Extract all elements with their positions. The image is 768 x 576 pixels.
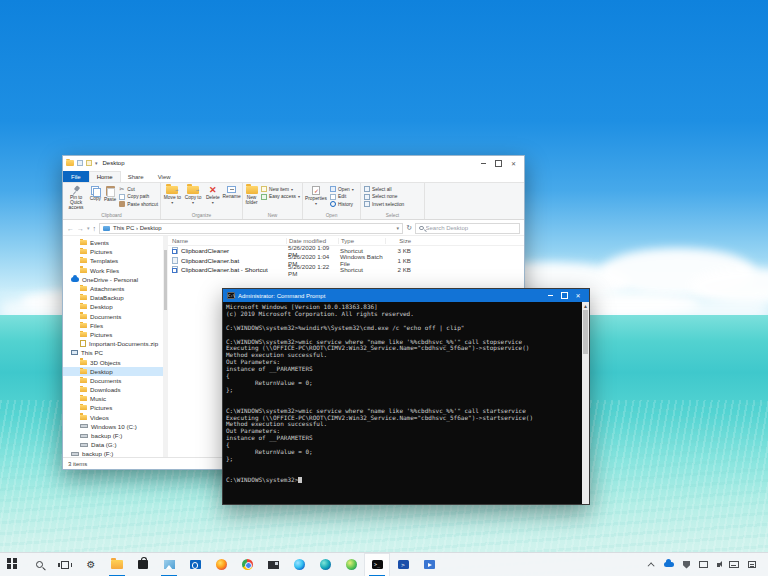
scrollbar-thumb[interactable] xyxy=(583,310,588,354)
sidebar-item-pictures-pc[interactable]: Pictures xyxy=(63,403,163,412)
file-row-clipboardcleaner-bat[interactable]: ClipboardCleaner.bat 5/26/2020 1:04 PM W… xyxy=(168,256,524,266)
tab-home[interactable]: Home xyxy=(89,171,121,182)
recent-locations-chevron-icon[interactable]: ▾ xyxy=(87,225,90,231)
file-row-clipboardcleaner-bat-shortcut[interactable]: ClipboardCleaner.bat - Shortcut 5/26/202… xyxy=(168,265,524,275)
taskbar-chrome-button[interactable] xyxy=(234,553,260,576)
rename-button[interactable]: Rename xyxy=(222,184,241,199)
quick-access-toolbar-icon[interactable] xyxy=(86,160,92,166)
refresh-icon[interactable]: ↻ xyxy=(406,224,412,232)
minimize-button[interactable] xyxy=(543,289,557,302)
hidden-icons-chevron-icon[interactable] xyxy=(648,562,655,569)
sidebar-item-desktop-onedrive[interactable]: Desktop xyxy=(63,302,163,311)
taskbar-firefox-button[interactable] xyxy=(208,553,234,576)
sidebar-item-documents[interactable]: Documents xyxy=(63,376,163,385)
security-shield-icon[interactable] xyxy=(683,561,690,569)
edit-button[interactable]: Edit xyxy=(330,194,354,200)
sidebar-item-work-files[interactable]: Work Files xyxy=(63,266,163,275)
taskbar-edge-button[interactable] xyxy=(286,553,312,576)
sidebar-item-data-g[interactable]: Data (G:) xyxy=(63,440,163,449)
select-all-button[interactable]: Select all xyxy=(364,186,404,192)
scroll-up-arrow-icon[interactable]: ▲ xyxy=(583,303,588,309)
taskbar-file-explorer-button[interactable] xyxy=(104,553,130,576)
paste-button[interactable]: Paste xyxy=(103,184,118,202)
sidebar-item-videos[interactable]: Videos xyxy=(63,413,163,422)
copy-to-button[interactable]: Copy to▾ xyxy=(183,184,204,204)
column-header-type[interactable]: Type xyxy=(338,238,385,244)
copy-button[interactable]: Copy xyxy=(88,184,103,201)
cut-button[interactable]: ✂Cut xyxy=(119,186,158,192)
volume-icon[interactable] xyxy=(717,563,720,567)
new-folder-button[interactable]: New folder xyxy=(244,184,259,205)
close-button[interactable] xyxy=(571,289,585,302)
column-header-date-modified[interactable]: Date modified xyxy=(286,238,338,244)
taskbar-outlook-button[interactable] xyxy=(182,553,208,576)
sidebar-item-backup-f-network[interactable]: backup (F:) xyxy=(63,449,163,457)
up-button[interactable]: ↑ xyxy=(93,225,97,232)
taskbar-command-prompt-button[interactable]: >_ xyxy=(364,553,390,576)
move-to-button[interactable]: Move to▾ xyxy=(162,184,183,204)
sidebar-item-3d-objects[interactable]: 3D Objects xyxy=(63,357,163,366)
address-dropdown-chevron-icon[interactable]: ▾ xyxy=(397,225,400,231)
breadcrumb[interactable]: This PC › Desktop xyxy=(113,225,394,231)
taskbar-movies-tv-button[interactable] xyxy=(416,553,442,576)
copy-path-button[interactable]: Copy path xyxy=(119,194,158,200)
taskbar-screen-sketch-button[interactable] xyxy=(260,553,286,576)
select-none-button[interactable]: Select none xyxy=(364,194,404,200)
maximize-button[interactable] xyxy=(557,289,571,302)
taskbar-edge-beta-button[interactable] xyxy=(312,553,338,576)
open-button[interactable]: Open▾ xyxy=(330,186,354,192)
back-button[interactable]: ← xyxy=(67,225,74,232)
sidebar-item-this-pc[interactable]: This PC xyxy=(63,348,163,357)
tab-view[interactable]: View xyxy=(151,172,178,182)
cmd-titlebar[interactable]: C:\ Administrator: Command Prompt xyxy=(223,289,589,302)
search-input[interactable] xyxy=(426,225,516,231)
taskbar-edge-canary-button[interactable] xyxy=(338,553,364,576)
paste-shortcut-button[interactable]: Paste shortcut xyxy=(119,201,158,207)
easy-access-button[interactable]: Easy access▾ xyxy=(261,194,300,200)
new-item-button[interactable]: New item▾ xyxy=(261,186,300,192)
quick-access-toolbar-icon[interactable] xyxy=(77,160,83,166)
close-button[interactable] xyxy=(506,156,521,170)
taskbar-settings-button[interactable]: ⚙ xyxy=(78,553,104,576)
sidebar-item-documents-onedrive[interactable]: Documents xyxy=(63,312,163,321)
task-view-button[interactable] xyxy=(52,553,78,576)
sidebar-item-pictures[interactable]: Pictures xyxy=(63,247,163,256)
sidebar-item-events[interactable]: Events xyxy=(63,238,163,247)
explorer-titlebar[interactable]: ▾ Desktop xyxy=(63,156,524,170)
properties-button[interactable]: Properties▾ xyxy=(304,184,328,205)
customize-qat-chevron-icon[interactable]: ▾ xyxy=(95,160,98,166)
onedrive-tray-icon[interactable] xyxy=(664,562,674,568)
sidebar-item-desktop[interactable]: Desktop xyxy=(63,367,163,376)
taskbar-powershell-button[interactable]: > xyxy=(390,553,416,576)
sidebar-item-files[interactable]: Files xyxy=(63,321,163,330)
sidebar-item-onedrive[interactable]: OneDrive - Personal xyxy=(63,275,163,284)
sidebar-item-pictures-onedrive[interactable]: Pictures xyxy=(63,330,163,339)
taskbar-store-button[interactable] xyxy=(130,553,156,576)
address-box[interactable]: This PC › Desktop ▾ xyxy=(99,223,403,234)
taskbar-search-button[interactable] xyxy=(26,553,52,576)
action-center-icon[interactable] xyxy=(748,561,756,568)
maximize-button[interactable] xyxy=(491,156,506,170)
sidebar-item-windows-10-c[interactable]: Windows 10 (C:) xyxy=(63,422,163,431)
sidebar-item-databackup[interactable]: DataBackup xyxy=(63,293,163,302)
sidebar-item-templates[interactable]: Templates xyxy=(63,256,163,265)
invert-selection-button[interactable]: Invert selection xyxy=(364,201,404,207)
tab-file[interactable]: File xyxy=(63,171,89,182)
display-tray-icon[interactable] xyxy=(699,561,708,568)
start-button[interactable] xyxy=(0,553,26,576)
delete-button[interactable]: ✕ Delete▾ xyxy=(203,184,222,204)
sidebar-item-important-documents-zip[interactable]: Important-Documents.zip xyxy=(63,339,163,348)
forward-button[interactable]: → xyxy=(77,225,84,232)
column-header-name[interactable]: Name xyxy=(168,238,286,244)
sidebar-item-attachments[interactable]: Attachments xyxy=(63,284,163,293)
sidebar-item-backup-f[interactable]: backup (F:) xyxy=(63,431,163,440)
sidebar-item-music[interactable]: Music xyxy=(63,394,163,403)
pin-to-quick-access-button[interactable]: Pin to Quick access xyxy=(64,184,88,210)
column-header-size[interactable]: Size xyxy=(385,238,413,244)
touch-keyboard-icon[interactable] xyxy=(729,561,739,568)
sidebar-item-downloads[interactable]: Downloads xyxy=(63,385,163,394)
cmd-scrollbar[interactable]: ▲ xyxy=(582,302,589,504)
taskbar-photos-button[interactable] xyxy=(156,553,182,576)
console-output[interactable]: Microsoft Windows [Version 10.0.18363.83… xyxy=(223,302,582,504)
search-box[interactable] xyxy=(415,223,520,234)
